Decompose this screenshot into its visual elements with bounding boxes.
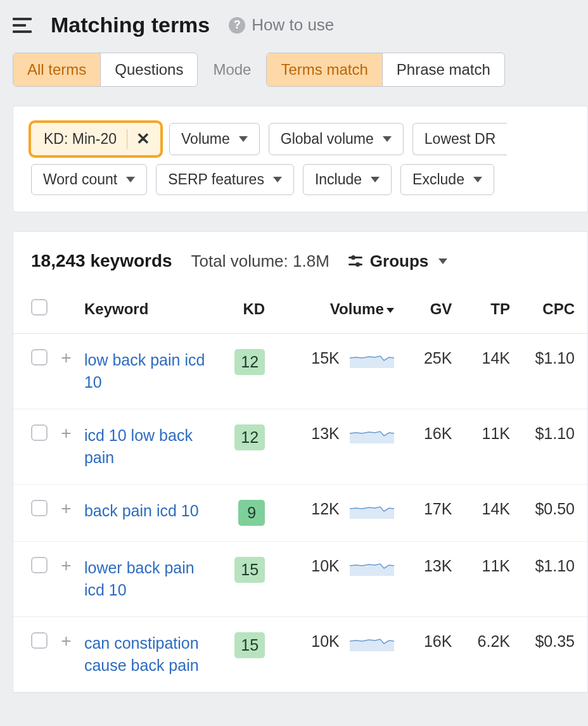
filter-include[interactable]: Include — [303, 164, 392, 195]
keyword-link[interactable]: lower back pain icd 10 — [84, 559, 195, 599]
help-link[interactable]: ? How to use — [229, 15, 334, 35]
chevron-down-icon — [126, 177, 135, 182]
chevron-down-icon — [371, 177, 380, 182]
add-icon[interactable]: + — [61, 351, 77, 367]
col-gv[interactable]: GV — [400, 290, 459, 334]
close-icon[interactable]: ✕ — [127, 129, 151, 149]
table-row: + low back pain icd 10 12 15K 25K 14K $1… — [13, 334, 587, 409]
gv-value: 16K — [400, 409, 459, 485]
keyword-link[interactable]: can constipation cause back pain — [84, 634, 199, 674]
col-keyword[interactable]: Keyword — [84, 290, 220, 334]
sparkline-icon — [350, 501, 394, 519]
chevron-down-icon — [383, 136, 392, 142]
chevron-down-icon — [473, 177, 482, 182]
add-icon[interactable]: + — [61, 502, 77, 518]
match-mode-tabs: Terms match Phrase match — [266, 53, 504, 87]
keywords-table: Keyword KD Volume GV TP CPC + low back p… — [13, 290, 587, 692]
keyword-link[interactable]: back pain icd 10 — [84, 502, 199, 519]
tab-terms-match[interactable]: Terms match — [267, 53, 381, 86]
volume-value: 13K — [309, 424, 340, 443]
table-row: + back pain icd 10 9 12K 17K 14K $0.50 — [13, 485, 587, 542]
cpc-value: $0.50 — [516, 485, 587, 542]
filter-volume[interactable]: Volume — [169, 123, 260, 155]
chevron-down-icon — [438, 258, 447, 264]
volume-value: 15K — [309, 349, 340, 367]
tp-value: 14K — [458, 485, 516, 542]
total-volume: Total volume: 1.8M — [191, 252, 329, 271]
filter-word-count[interactable]: Word count — [31, 164, 147, 195]
add-icon[interactable]: + — [61, 426, 77, 443]
volume-value: 10K — [309, 557, 340, 575]
col-cpc[interactable]: CPC — [516, 290, 587, 334]
col-kd[interactable]: KD — [220, 290, 271, 334]
cpc-value: $1.10 — [516, 334, 587, 409]
table-row: + icd 10 low back pain 12 13K 16K 11K $1… — [13, 409, 587, 485]
gv-value: 13K — [400, 542, 459, 617]
mode-label: Mode — [213, 61, 251, 79]
sparkline-icon — [350, 634, 394, 651]
cpc-value: $1.10 — [516, 542, 587, 617]
sort-desc-icon — [387, 308, 394, 313]
tp-value: 6.2K — [458, 617, 516, 692]
kd-badge: 15 — [234, 557, 265, 583]
row-checkbox[interactable] — [31, 424, 48, 441]
filter-exclude[interactable]: Exclude — [400, 164, 494, 195]
volume-value: 12K — [309, 500, 340, 518]
volume-value: 10K — [309, 632, 340, 651]
tab-phrase-match[interactable]: Phrase match — [382, 53, 504, 86]
page-title: Matching terms — [51, 13, 210, 37]
filter-bar: KD: Min-20 ✕ Volume Global volume Lowest… — [13, 106, 587, 212]
table-row: + can constipation cause back pain 15 10… — [13, 617, 587, 692]
tab-all-terms[interactable]: All terms — [13, 53, 100, 86]
chevron-down-icon — [273, 177, 282, 182]
sparkline-icon — [350, 350, 394, 368]
groups-dropdown[interactable]: Groups — [348, 252, 447, 271]
kd-badge: 15 — [234, 632, 265, 658]
chevron-down-icon — [239, 136, 248, 142]
add-icon[interactable]: + — [61, 634, 77, 651]
keyword-link[interactable]: icd 10 low back pain — [84, 426, 193, 466]
filter-serp-features[interactable]: SERP features — [156, 164, 294, 195]
sparkline-icon — [350, 558, 394, 576]
gv-value: 17K — [400, 485, 459, 542]
select-all-checkbox[interactable] — [31, 299, 48, 315]
row-checkbox[interactable] — [31, 632, 48, 649]
filter-kd-active[interactable]: KD: Min-20 ✕ — [31, 123, 160, 155]
add-icon[interactable]: + — [61, 559, 77, 575]
col-volume[interactable]: Volume — [271, 290, 400, 334]
gv-value: 16K — [400, 617, 459, 692]
row-checkbox[interactable] — [31, 500, 48, 516]
tab-questions[interactable]: Questions — [100, 53, 197, 86]
menu-icon[interactable] — [13, 18, 32, 33]
terms-tabs: All terms Questions — [13, 53, 198, 87]
groups-label: Groups — [370, 252, 428, 271]
table-row: + lower back pain icd 10 15 10K 13K 11K … — [13, 542, 587, 617]
tp-value: 11K — [458, 542, 516, 617]
sparkline-icon — [350, 426, 394, 443]
cpc-value: $0.35 — [516, 617, 587, 692]
filter-lowest-dr[interactable]: Lowest DR — [412, 123, 507, 155]
tp-value: 14K — [458, 334, 516, 409]
gv-value: 25K — [400, 334, 459, 409]
filter-kd-label: KD: Min-20 — [44, 131, 117, 148]
help-label: How to use — [252, 15, 334, 35]
col-tp[interactable]: TP — [458, 290, 516, 334]
tp-value: 11K — [458, 409, 516, 485]
row-checkbox[interactable] — [31, 349, 48, 366]
kd-badge: 12 — [234, 349, 265, 375]
help-icon: ? — [229, 17, 245, 34]
cpc-value: $1.10 — [516, 409, 587, 485]
keyword-link[interactable]: low back pain icd 10 — [84, 351, 205, 391]
kd-badge: 9 — [238, 500, 265, 526]
keyword-count: 18,243 keywords — [31, 251, 172, 271]
kd-badge: 12 — [234, 424, 265, 450]
filter-global-volume[interactable]: Global volume — [269, 123, 404, 155]
sliders-icon — [348, 255, 362, 267]
row-checkbox[interactable] — [31, 557, 48, 573]
